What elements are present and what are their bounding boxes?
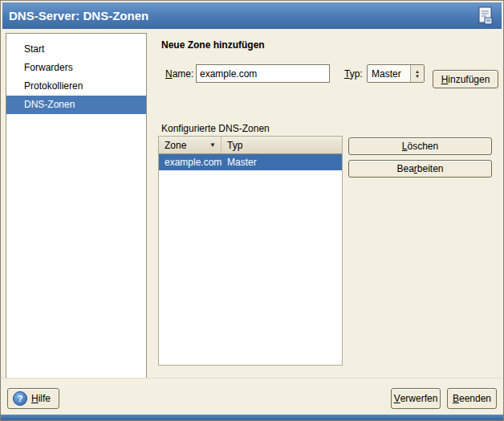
column-header-zone[interactable]: Zone ▼: [159, 137, 222, 153]
main-panel: Neue Zone hinzufügen Name: Typ: Master ▲…: [150, 33, 498, 378]
sidebar-item-label: DNS-Zonen: [24, 99, 75, 110]
window-bottom-edge: [1, 415, 503, 420]
sidebar-item-dns-zonen[interactable]: DNS-Zonen: [6, 96, 146, 114]
navigation-sidebar: Start Forwarders Protokollieren DNS-Zone…: [6, 33, 147, 378]
zones-table: Zone ▼ Typ example.com Master: [158, 136, 343, 366]
add-zone-button[interactable]: Hinzufügen: [433, 70, 498, 88]
zone-name-input[interactable]: [196, 64, 330, 83]
zones-table-header: Zone ▼ Typ: [159, 137, 342, 154]
cell-zone: example.com: [159, 157, 222, 168]
table-row[interactable]: example.com Master: [159, 154, 342, 170]
edit-zone-button[interactable]: Bearbeiten: [348, 160, 492, 178]
sort-indicator-icon: ▼: [209, 141, 216, 149]
window-document-icon: [476, 6, 495, 27]
sidebar-item-forwarders[interactable]: Forwarders: [6, 59, 146, 77]
finish-button[interactable]: Beenden: [447, 388, 497, 409]
name-label: Name:: [165, 68, 193, 80]
sidebar-item-label: Protokollieren: [24, 80, 83, 92]
window-title: DNS-Server: DNS-Zonen: [9, 9, 476, 22]
sidebar-item-label: Start: [24, 43, 44, 55]
yast-dns-server-window: DNS-Server: DNS-Zonen Start Forwarders P…: [0, 0, 504, 421]
help-question-icon: ?: [13, 391, 27, 406]
sidebar-item-protokollieren[interactable]: Protokollieren: [6, 77, 146, 96]
combobox-spin-control[interactable]: ▲ ▼: [410, 65, 424, 82]
chevron-down-icon: ▼: [415, 74, 420, 79]
column-header-typ[interactable]: Typ: [222, 137, 242, 153]
discard-button[interactable]: Verwerfen: [391, 388, 441, 409]
cell-typ: Master: [222, 157, 257, 168]
section-title: Neue Zone hinzufügen: [161, 39, 265, 51]
sidebar-item-label: Forwarders: [24, 62, 73, 73]
zone-type-combobox[interactable]: Master ▲ ▼: [367, 64, 425, 83]
delete-zone-button[interactable]: Löschen: [348, 137, 492, 155]
configured-zones-caption: Konfigurierte DNS-Zonen: [161, 123, 270, 134]
sidebar-item-start[interactable]: Start: [6, 40, 146, 59]
titlebar: DNS-Server: DNS-Zonen: [2, 2, 502, 29]
zone-type-value: Master: [368, 68, 410, 80]
typ-label: Typ:: [344, 68, 363, 80]
footer-bar: ? Hilfe Verwerfen Beenden: [1, 378, 503, 415]
help-button[interactable]: ? Hilfe: [7, 388, 59, 409]
